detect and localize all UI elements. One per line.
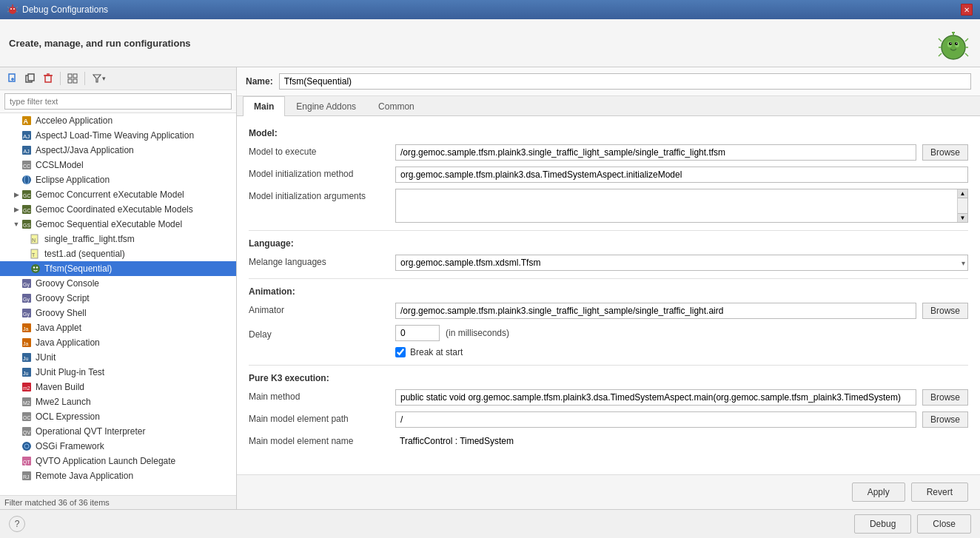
tree-item-maven[interactable]: m2 Maven Build bbox=[0, 380, 236, 394]
tab-common[interactable]: Common bbox=[367, 96, 426, 116]
tree-item-junit-plugin[interactable]: Ju JUnit Plug-in Test bbox=[0, 365, 236, 380]
tab-main[interactable]: Main bbox=[243, 96, 285, 116]
svg-point-1 bbox=[10, 8, 12, 10]
tree-item-test1[interactable]: T test1.ad (sequential) bbox=[0, 246, 236, 261]
tree-item-label: Java Application bbox=[36, 337, 100, 348]
scroll-up-button[interactable]: ▲ bbox=[958, 189, 967, 198]
config-tree[interactable]: A Acceleo Application AJ AspectJ Load-Ti… bbox=[0, 113, 236, 495]
tree-item-label: CCSLModel bbox=[36, 160, 84, 170]
svg-text:GC: GC bbox=[23, 193, 31, 198]
help-icon-button[interactable]: ? bbox=[9, 516, 25, 532]
close-dialog-button[interactable]: Close bbox=[917, 514, 971, 534]
model-init-args-label: Model initialization arguments bbox=[249, 189, 389, 201]
close-window-button[interactable]: ✕ bbox=[961, 4, 973, 16]
tree-item-remote-java[interactable]: RJ Remote Java Application bbox=[0, 468, 236, 483]
main-model-name-row: Main model element name TrafficControl :… bbox=[249, 434, 968, 450]
tree-item-qvt[interactable]: QV Operational QVT Interpreter bbox=[0, 424, 236, 439]
bug-icon bbox=[7, 4, 18, 15]
svg-line-23 bbox=[965, 53, 968, 56]
tree-item-ocl[interactable]: OC OCL Expression bbox=[0, 409, 236, 424]
delay-input[interactable] bbox=[395, 325, 440, 341]
groovy-script-icon: Gy bbox=[21, 292, 33, 304]
model-init-method-input[interactable] bbox=[395, 167, 968, 183]
main-model-path-input[interactable] bbox=[395, 411, 916, 428]
tree-item-aspectj-load[interactable]: AJ AspectJ Load-Time Weaving Application bbox=[0, 128, 236, 143]
filter-input-container bbox=[0, 90, 236, 113]
tree-item-groovy-shell[interactable]: Gy Groovy Shell bbox=[0, 306, 236, 320]
tree-item-label: AspectJ Load-Time Weaving Application bbox=[36, 130, 194, 141]
new-config-button[interactable] bbox=[4, 70, 21, 87]
apply-button[interactable]: Apply bbox=[852, 482, 905, 502]
scroll-down-button[interactable]: ▼ bbox=[958, 213, 967, 222]
animator-browse-button[interactable]: Browse bbox=[922, 303, 968, 319]
delete-config-button[interactable] bbox=[40, 70, 56, 87]
remote-java-icon: RJ bbox=[21, 470, 33, 482]
divider-1 bbox=[249, 230, 968, 231]
tree-item-mwe2[interactable]: M2 Mwe2 Launch bbox=[0, 394, 236, 409]
tree-item-qvto[interactable]: QT QVTO Application Launch Delegate bbox=[0, 454, 236, 468]
tree-item-gemoc-concurrent[interactable]: ▶ GC Gemoc Concurrent eXecutable Model bbox=[0, 187, 236, 202]
svg-text:Ja: Ja bbox=[23, 341, 29, 346]
maven-icon: m2 bbox=[21, 381, 33, 393]
break-at-start-row: Break at start bbox=[249, 347, 968, 357]
animator-input[interactable] bbox=[395, 303, 916, 319]
filter-input[interactable] bbox=[4, 93, 232, 110]
tree-item-gemoc-coordinated[interactable]: ▶ GC Gemoc Coordinated eXecutable Models bbox=[0, 202, 236, 217]
model-to-execute-input[interactable] bbox=[395, 144, 916, 161]
main-model-name-label: Main model element name bbox=[249, 434, 389, 446]
tree-item-gemoc-sequential[interactable]: ▼ GS Gemoc Sequential eXecutable Model bbox=[0, 217, 236, 232]
tree-item-label: Gemoc Sequential eXecutable Model bbox=[36, 219, 182, 229]
expand-arrow-gemoc-coordinated: ▶ bbox=[12, 206, 21, 213]
tree-item-label: Maven Build bbox=[36, 382, 84, 392]
tree-item-ccslmodel[interactable]: CC CCSLModel bbox=[0, 158, 236, 172]
main-method-browse-button[interactable]: Browse bbox=[922, 389, 968, 406]
copy-config-button[interactable] bbox=[22, 70, 38, 87]
tree-item-junit[interactable]: Ju JUnit bbox=[0, 350, 236, 365]
tree-item-eclipse[interactable]: Eclipse Application bbox=[0, 172, 236, 187]
break-at-start-checkbox[interactable] bbox=[395, 347, 406, 357]
main-model-path-browse-button[interactable]: Browse bbox=[922, 411, 968, 428]
svg-line-19 bbox=[965, 38, 968, 41]
svg-text:Gy: Gy bbox=[23, 312, 30, 317]
svg-rect-29 bbox=[45, 75, 51, 82]
svg-text:Ju: Ju bbox=[23, 371, 29, 376]
single-traffic-icon: N bbox=[30, 233, 41, 245]
debug-bug-large-icon bbox=[936, 25, 971, 61]
tree-item-acceleo[interactable]: A Acceleo Application bbox=[0, 113, 236, 128]
collapse-all-button[interactable] bbox=[64, 70, 81, 87]
tree-item-label: OSGi Framework bbox=[36, 441, 104, 451]
junit-icon: Ju bbox=[21, 352, 33, 363]
melange-languages-label: Melange languages bbox=[249, 255, 389, 267]
svg-line-6 bbox=[7, 11, 9, 12]
tab-engine-addons[interactable]: Engine Addons bbox=[285, 96, 367, 116]
tree-item-java-app[interactable]: Ja Java Application bbox=[0, 335, 236, 350]
groovy-console-icon: Gy bbox=[21, 278, 33, 289]
tree-item-groovy-console[interactable]: Gy Groovy Console bbox=[0, 276, 236, 291]
expand-arrow-gemoc-sequential: ▼ bbox=[12, 221, 21, 228]
tree-item-java-applet[interactable]: Ja Java Applet bbox=[0, 320, 236, 335]
tree-item-osgi[interactable]: OSGi Framework bbox=[0, 439, 236, 454]
revert-button[interactable]: Revert bbox=[911, 482, 968, 502]
model-init-args-textarea[interactable] bbox=[396, 189, 957, 222]
osgi-icon bbox=[21, 440, 33, 452]
main-method-input[interactable] bbox=[395, 389, 916, 406]
tree-item-single-traffic[interactable]: N single_traffic_light.tfsm bbox=[0, 232, 236, 246]
svg-text:QV: QV bbox=[23, 430, 30, 436]
svg-text:M2: M2 bbox=[23, 400, 30, 406]
tree-item-groovy-script[interactable]: Gy Groovy Script bbox=[0, 291, 236, 306]
debug-button[interactable]: Debug bbox=[854, 514, 911, 534]
svg-line-4 bbox=[7, 7, 9, 8]
tree-item-label: Tfsm(Sequential) bbox=[44, 263, 112, 274]
melange-languages-select[interactable]: org.gemoc.sample.tfsm.xdsml.Tfsm bbox=[395, 255, 968, 271]
subtitle-bar: Create, manage, and run configurations bbox=[0, 19, 980, 67]
svg-rect-32 bbox=[68, 74, 72, 78]
tree-item-tfsm-sequential[interactable]: Tfsm(Sequential) bbox=[0, 261, 236, 276]
filter-button[interactable]: ▾ bbox=[89, 72, 110, 85]
divider-2 bbox=[249, 278, 968, 279]
tree-item-label: Java Applet bbox=[36, 323, 81, 333]
tree-item-aspectj-java[interactable]: AJ AspectJ/Java Application bbox=[0, 143, 236, 158]
animator-row: Animator Browse bbox=[249, 303, 968, 319]
config-name-input[interactable] bbox=[279, 73, 971, 90]
tree-item-label: Gemoc Concurrent eXecutable Model bbox=[36, 189, 184, 200]
model-to-execute-browse-button[interactable]: Browse bbox=[922, 144, 968, 161]
